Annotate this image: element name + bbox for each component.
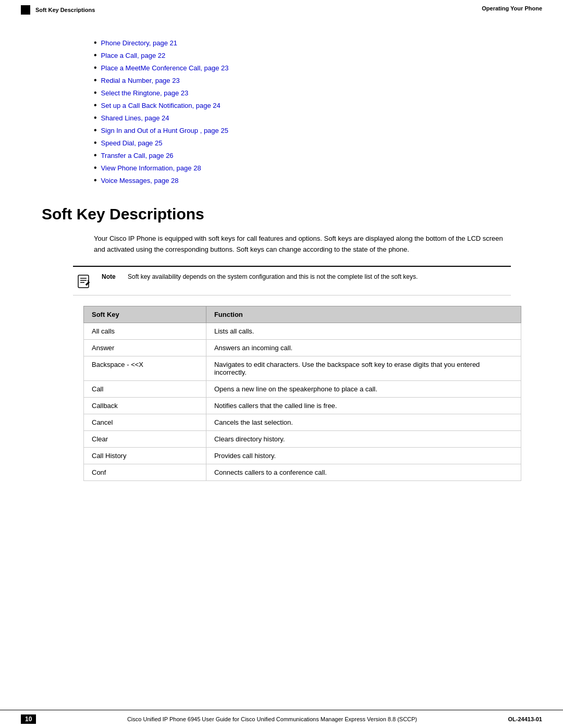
- section-body-text: Your Cisco IP Phone is equipped with sof…: [94, 233, 511, 255]
- toc-link[interactable]: Place a Call, page 22: [101, 52, 166, 59]
- list-item: •Select the Ringtone, page 23: [94, 89, 521, 97]
- bullet-dot: •: [94, 76, 97, 84]
- bullet-dot: •: [94, 176, 97, 184]
- bullet-dot: •: [94, 101, 97, 109]
- table-header-row: Soft Key Function: [84, 306, 521, 323]
- note-icon: [73, 272, 94, 290]
- softkey-cell: Conf: [84, 464, 206, 480]
- toc-link[interactable]: Speed Dial, page 25: [101, 139, 163, 147]
- table-row: CallbackNotifies callers that the called…: [84, 397, 521, 414]
- main-content: •Phone Directory, page 21•Place a Call, …: [0, 18, 563, 710]
- bullet-dot: •: [94, 89, 97, 97]
- toc-link[interactable]: Sign In and Out of a Hunt Group , page 2…: [101, 127, 228, 134]
- bullet-dot: •: [94, 114, 97, 122]
- list-item: •Phone Directory, page 21: [94, 39, 521, 47]
- table-row: All callsLists all calls.: [84, 323, 521, 339]
- softkey-cell: Callback: [84, 397, 206, 414]
- bullet-dot: •: [94, 151, 97, 159]
- list-item: •Redial a Number, page 23: [94, 76, 521, 84]
- soft-key-table: Soft Key Function All callsLists all cal…: [83, 306, 521, 481]
- page-container: Soft Key Descriptions Operating Your Pho…: [0, 0, 563, 728]
- function-cell: Connects callers to a conference call.: [206, 464, 521, 480]
- note-container: Note Soft key availability depends on th…: [73, 266, 511, 295]
- table-row: AnswerAnswers an incoming call.: [84, 339, 521, 356]
- softkey-cell: Clear: [84, 430, 206, 447]
- header-section: Operating Your Phone: [482, 5, 542, 11]
- bullet-dot: •: [94, 126, 97, 134]
- function-cell: Clears directory history.: [206, 430, 521, 447]
- bullet-dot: •: [94, 39, 97, 47]
- page-footer: 10 Cisco Unified IP Phone 6945 User Guid…: [0, 710, 563, 728]
- bullet-dot: •: [94, 164, 97, 172]
- section-heading: Soft Key Descriptions: [42, 205, 521, 223]
- function-cell: Opens a new line on the speakerphone to …: [206, 380, 521, 397]
- toc-link[interactable]: Phone Directory, page 21: [101, 39, 177, 47]
- softkey-cell: Backspace - <<X: [84, 356, 206, 380]
- header-left: Soft Key Descriptions: [21, 5, 95, 15]
- toc-list: •Phone Directory, page 21•Place a Call, …: [94, 39, 521, 184]
- footer-doc-number: OL-24413-01: [508, 716, 542, 722]
- page-header: Soft Key Descriptions Operating Your Pho…: [0, 0, 563, 18]
- function-cell: Cancels the last selection.: [206, 414, 521, 430]
- function-cell: Lists all calls.: [206, 323, 521, 339]
- list-item: •Set up a Call Back Notification, page 2…: [94, 101, 521, 109]
- list-item: •Place a Call, page 22: [94, 51, 521, 59]
- softkey-cell: All calls: [84, 323, 206, 339]
- softkey-cell: Call History: [84, 447, 206, 464]
- toc-link[interactable]: Voice Messages, page 28: [101, 177, 179, 184]
- toc-link[interactable]: Shared Lines, page 24: [101, 114, 169, 122]
- toc-link[interactable]: Set up a Call Back Notification, page 24: [101, 102, 221, 109]
- footer-center-text: Cisco Unified IP Phone 6945 User Guide f…: [46, 716, 497, 722]
- note-label: Note: [102, 272, 120, 280]
- header-breadcrumb: Soft Key Descriptions: [35, 7, 95, 13]
- softkey-cell: Cancel: [84, 414, 206, 430]
- function-cell: Answers an incoming call.: [206, 339, 521, 356]
- list-item: •Sign In and Out of a Hunt Group , page …: [94, 126, 521, 134]
- header-marker: [21, 5, 30, 15]
- list-item: •Voice Messages, page 28: [94, 176, 521, 184]
- bullet-dot: •: [94, 64, 97, 72]
- table-row: Call HistoryProvides call history.: [84, 447, 521, 464]
- table-row: CancelCancels the last selection.: [84, 414, 521, 430]
- col-header-softkey: Soft Key: [84, 306, 206, 323]
- function-cell: Navigates to edit characters. Use the ba…: [206, 356, 521, 380]
- table-row: ConfConnects callers to a conference cal…: [84, 464, 521, 480]
- function-cell: Notifies callers that the called line is…: [206, 397, 521, 414]
- table-row: Backspace - <<XNavigates to edit charact…: [84, 356, 521, 380]
- list-item: •Transfer a Call, page 26: [94, 151, 521, 159]
- list-item: •Speed Dial, page 25: [94, 139, 521, 147]
- list-item: •Shared Lines, page 24: [94, 114, 521, 122]
- softkey-cell: Call: [84, 380, 206, 397]
- toc-link[interactable]: Redial a Number, page 23: [101, 77, 180, 84]
- bullet-dot: •: [94, 139, 97, 147]
- svg-rect-0: [78, 275, 89, 288]
- page-number: 10: [21, 714, 36, 724]
- softkey-cell: Answer: [84, 339, 206, 356]
- list-item: •View Phone Information, page 28: [94, 164, 521, 172]
- toc-link[interactable]: View Phone Information, page 28: [101, 164, 201, 172]
- table-row: ClearClears directory history.: [84, 430, 521, 447]
- footer-left: 10: [21, 714, 36, 724]
- note-text: Soft key availability depends on the sys…: [128, 272, 418, 281]
- list-item: •Place a MeetMe Conference Call, page 23: [94, 64, 521, 72]
- function-cell: Provides call history.: [206, 447, 521, 464]
- toc-link[interactable]: Transfer a Call, page 26: [101, 152, 174, 159]
- col-header-function: Function: [206, 306, 521, 323]
- toc-link[interactable]: Place a MeetMe Conference Call, page 23: [101, 64, 229, 72]
- bullet-dot: •: [94, 51, 97, 59]
- table-row: CallOpens a new line on the speakerphone…: [84, 380, 521, 397]
- pencil-icon: [75, 273, 92, 290]
- toc-link[interactable]: Select the Ringtone, page 23: [101, 89, 189, 97]
